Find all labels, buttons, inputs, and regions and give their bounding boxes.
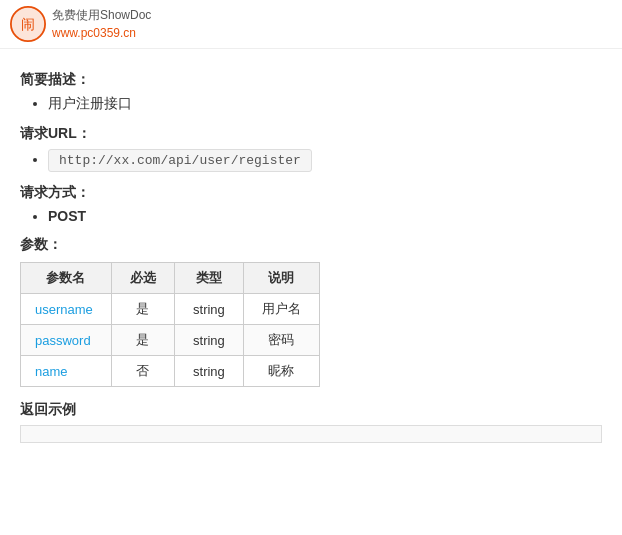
cell-desc: 密码: [243, 325, 319, 356]
params-label: 参数：: [20, 236, 602, 254]
cell-type: string: [175, 294, 244, 325]
cell-param-name: name: [21, 356, 112, 387]
svg-text:闹: 闹: [21, 16, 35, 32]
return-label: 返回示例: [20, 401, 602, 419]
cell-param-name: username: [21, 294, 112, 325]
col-header-desc: 说明: [243, 263, 319, 294]
cell-type: string: [175, 325, 244, 356]
table-row: password 是 string 密码: [21, 325, 320, 356]
cell-required: 是: [111, 325, 174, 356]
cell-desc: 昵称: [243, 356, 319, 387]
col-header-name: 参数名: [21, 263, 112, 294]
col-header-type: 类型: [175, 263, 244, 294]
params-table: 参数名 必选 类型 说明 username 是 string 用户名 passw…: [20, 262, 320, 387]
brand-url: www.pc0359.cn: [52, 26, 136, 40]
brand-line1: 免费使用ShowDoc: [52, 8, 151, 22]
description-list: 用户注册接口: [20, 95, 602, 113]
table-header-row: 参数名 必选 类型 说明: [21, 263, 320, 294]
method-list: POST: [20, 208, 602, 224]
method-item: POST: [48, 208, 602, 224]
main-content: 简要描述： 用户注册接口 请求URL： http://xx.com/api/us…: [0, 49, 622, 463]
url-item: http://xx.com/api/user/register: [48, 149, 602, 172]
return-box: [20, 425, 602, 443]
method-label: 请求方式：: [20, 184, 602, 202]
table-row: username 是 string 用户名: [21, 294, 320, 325]
site-logo: 闹: [10, 6, 46, 42]
url-badge: http://xx.com/api/user/register: [48, 149, 312, 172]
url-label: 请求URL：: [20, 125, 602, 143]
description-item: 用户注册接口: [48, 95, 602, 113]
description-label: 简要描述：: [20, 71, 602, 89]
table-row: name 否 string 昵称: [21, 356, 320, 387]
site-info: 免费使用ShowDoc www.pc0359.cn: [52, 6, 151, 42]
watermark-header: 闹 免费使用ShowDoc www.pc0359.cn: [0, 0, 622, 49]
url-list: http://xx.com/api/user/register: [20, 149, 602, 172]
cell-desc: 用户名: [243, 294, 319, 325]
cell-type: string: [175, 356, 244, 387]
cell-required: 否: [111, 356, 174, 387]
col-header-required: 必选: [111, 263, 174, 294]
cell-required: 是: [111, 294, 174, 325]
cell-param-name: password: [21, 325, 112, 356]
